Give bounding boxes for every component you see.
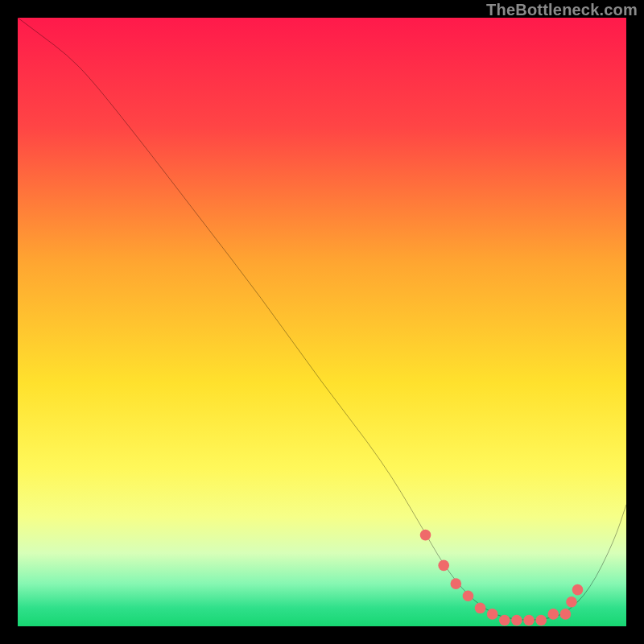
watermark-text: TheBottleneck.com xyxy=(486,2,638,18)
gradient-background xyxy=(18,18,626,626)
marker-point xyxy=(560,609,572,620)
marker-point xyxy=(499,615,510,626)
marker-point xyxy=(420,530,431,541)
marker-point xyxy=(463,590,474,601)
marker-point xyxy=(475,603,486,614)
marker-point xyxy=(438,560,449,572)
marker-point xyxy=(572,584,584,596)
bottleneck-chart xyxy=(18,18,626,626)
marker-point xyxy=(547,609,559,620)
chart-container: TheBottleneck.com xyxy=(0,0,644,644)
marker-point xyxy=(487,609,498,620)
marker-point xyxy=(511,615,522,626)
marker-point xyxy=(535,615,547,626)
marker-point xyxy=(451,578,462,589)
marker-point xyxy=(566,597,577,608)
marker-point xyxy=(523,615,535,626)
